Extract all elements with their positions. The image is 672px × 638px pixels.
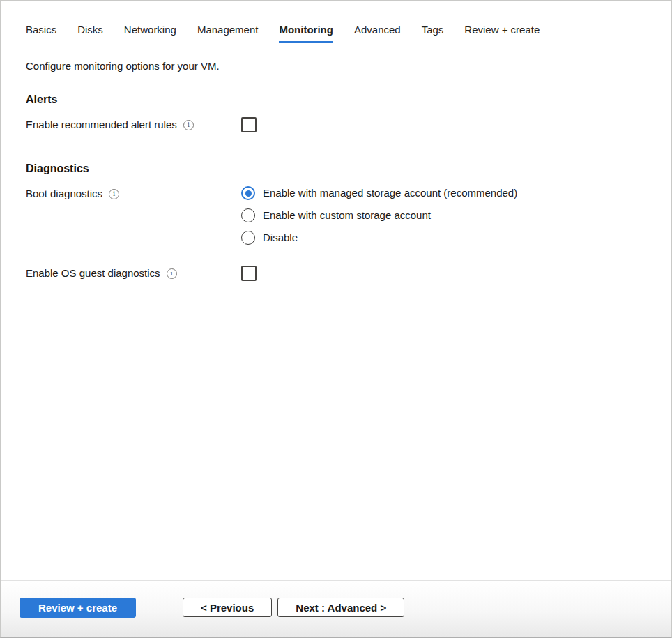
next-advanced-button[interactable]: Next : Advanced > — [277, 598, 404, 617]
create-vm-monitoring-pane: Basics Disks Networking Management Monit… — [0, 0, 672, 638]
os-guest-label-cell: Enable OS guest diagnostics i — [26, 266, 241, 281]
radio-button-icon[interactable] — [241, 186, 255, 200]
radio-enable-managed-storage[interactable]: Enable with managed storage account (rec… — [241, 186, 517, 200]
boot-diagnostics-radio-group: Enable with managed storage account (rec… — [241, 186, 517, 245]
radio-button-icon[interactable] — [241, 208, 255, 222]
os-guest-diagnostics-row: Enable OS guest diagnostics i — [26, 266, 646, 281]
alert-rules-label: Enable recommended alert rules — [26, 117, 177, 132]
tab-monitoring[interactable]: Monitoring — [279, 23, 333, 43]
boot-diagnostics-row: Boot diagnostics i Enable with managed s… — [26, 186, 646, 245]
tab-networking[interactable]: Networking — [124, 23, 176, 43]
tab-advanced[interactable]: Advanced — [354, 23, 401, 43]
wizard-tab-bar: Basics Disks Networking Management Monit… — [26, 23, 646, 43]
alerts-heading: Alerts — [26, 93, 646, 106]
tab-content: Basics Disks Networking Management Monit… — [1, 1, 671, 281]
tab-basics[interactable]: Basics — [26, 23, 56, 43]
radio-label: Disable — [263, 231, 298, 245]
alert-rules-label-cell: Enable recommended alert rules i — [26, 117, 241, 132]
radio-label: Enable with managed storage account (rec… — [263, 186, 517, 200]
tab-disks[interactable]: Disks — [77, 23, 103, 43]
previous-button[interactable]: < Previous — [183, 598, 272, 617]
diagnostics-heading: Diagnostics — [26, 162, 646, 175]
alert-rules-checkbox[interactable] — [241, 117, 257, 132]
radio-enable-custom-storage[interactable]: Enable with custom storage account — [241, 208, 517, 222]
tab-review-create[interactable]: Review + create — [464, 23, 540, 43]
boot-diagnostics-label-cell: Boot diagnostics i — [26, 186, 241, 202]
tab-management[interactable]: Management — [197, 23, 259, 43]
radio-disable[interactable]: Disable — [241, 231, 517, 245]
page-description: Configure monitoring options for your VM… — [26, 60, 646, 72]
wizard-footer: Review + create < Previous Next : Advanc… — [1, 580, 671, 637]
os-guest-diagnostics-checkbox[interactable] — [241, 266, 257, 281]
radio-label: Enable with custom storage account — [263, 208, 431, 222]
boot-diagnostics-label: Boot diagnostics — [26, 186, 102, 202]
alert-rules-row: Enable recommended alert rules i — [26, 117, 646, 132]
info-icon[interactable]: i — [167, 268, 177, 279]
os-guest-diagnostics-label: Enable OS guest diagnostics — [26, 266, 160, 281]
review-create-button[interactable]: Review + create — [20, 598, 136, 618]
info-icon[interactable]: i — [109, 189, 119, 199]
info-icon[interactable]: i — [183, 120, 194, 130]
radio-button-icon[interactable] — [241, 231, 255, 245]
tab-tags[interactable]: Tags — [422, 23, 444, 43]
